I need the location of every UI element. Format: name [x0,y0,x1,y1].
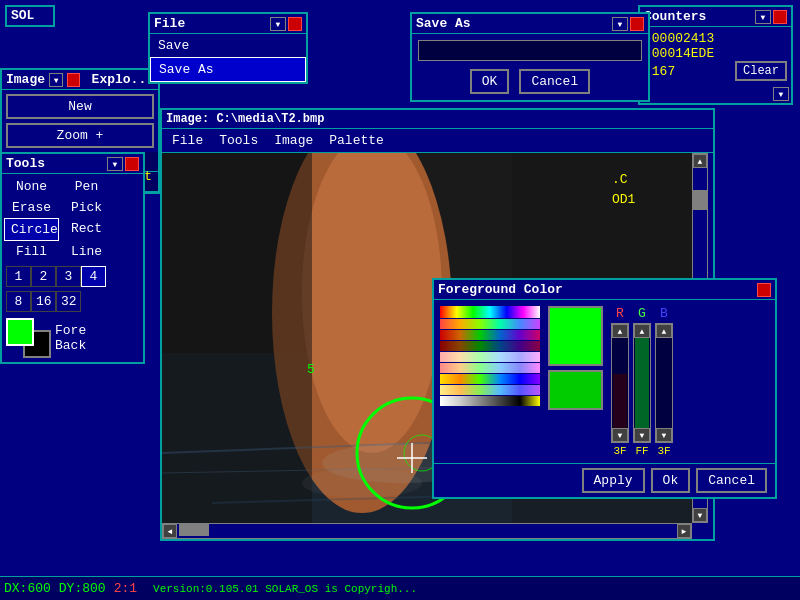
saveas-dialog: Save As ▼ C:\media\T2.bmp OK Cancel [410,12,650,102]
main-menu-file[interactable]: File [164,131,211,150]
r-up[interactable]: ▲ [612,324,628,338]
vscroll-down[interactable]: ▼ [693,508,707,522]
current-color-box[interactable] [548,370,603,410]
hscroll-left[interactable]: ◄ [163,524,177,538]
fg-dialog-title: Foreground Color [438,282,563,297]
counter-val-1: :00002413 [644,31,787,46]
tool-fill[interactable]: Fill [4,241,59,262]
file-dropdown-window: File ▼ Save Save As [148,12,308,84]
zoom-button[interactable]: Zoom + [6,123,154,148]
status-dx: DX:600 [4,581,51,596]
g-down[interactable]: ▼ [634,428,650,442]
new-button[interactable]: New [6,94,154,119]
fg-cancel-button[interactable]: Cancel [696,468,767,493]
main-menu-image[interactable]: Image [266,131,321,150]
size-16[interactable]: 16 [31,291,56,312]
saveas-close-button[interactable] [630,17,644,31]
palette-row-2[interactable] [440,319,540,329]
g-label: G [638,306,646,321]
tool-line[interactable]: Line [59,241,114,262]
fg-dialog-close[interactable] [757,283,771,297]
palette-row-9[interactable] [440,396,540,406]
vscroll-thumb[interactable] [693,190,707,210]
palette-row-8[interactable] [440,385,540,395]
saveas-cancel-button[interactable]: Cancel [519,69,590,94]
tool-none[interactable]: None [4,176,59,197]
svg-rect-4 [162,153,312,523]
rgb-sliders: R ▲ ▼ 3F G ▲ ▼ [611,306,673,457]
palette-row-6[interactable] [440,363,540,373]
status-dy: DY:800 [59,581,106,596]
size-2[interactable]: 2 [31,266,56,287]
fg-ok-button[interactable]: Ok [651,468,691,493]
hscroll-right[interactable]: ► [677,524,691,538]
svg-text:OD1: OD1 [612,192,636,207]
file-menu-title: File [154,16,185,31]
counters-clear-button[interactable]: Clear [735,61,787,81]
status-copyright: Version:0.105.01 SOLAR_OS is Copyrigh... [153,583,417,595]
palette-row-3[interactable] [440,330,540,340]
main-menu-palette[interactable]: Palette [321,131,392,150]
file-saveas-item[interactable]: Save As [150,57,306,82]
b-slider[interactable]: ▲ ▼ [655,323,673,443]
saveas-path-input[interactable]: C:\media\T2.bmp [418,40,642,61]
saveas-title: Save As [416,16,471,31]
tool-circle[interactable]: Circle [4,218,59,241]
file-dropdown-arrow[interactable]: ▼ [270,17,286,31]
tools-close-button[interactable] [125,157,139,171]
palette-row-7[interactable] [440,374,540,384]
b-value: 3F [657,445,670,457]
palette-row-4[interactable] [440,341,540,351]
sol-window: SOL [5,5,55,27]
fore-label: Fore [55,323,86,338]
size-32[interactable]: 32 [56,291,81,312]
counters-close-button[interactable] [773,10,787,24]
counters-expand-arrow[interactable]: ▼ [773,87,789,101]
tools-dropdown-arrow[interactable]: ▼ [107,157,123,171]
status-ratio: 2:1 [114,581,137,596]
selected-color-box[interactable] [548,306,603,366]
g-slider[interactable]: ▲ ▼ [633,323,651,443]
svg-text:.C: .C [612,172,628,187]
svg-text:5: 5 [307,362,315,377]
saveas-ok-button[interactable]: OK [470,69,510,94]
saveas-dropdown-arrow[interactable]: ▼ [612,17,628,31]
file-close-button[interactable] [288,17,302,31]
size-3[interactable]: 3 [56,266,81,287]
tool-rect[interactable]: Rect [59,218,114,241]
image-label: Image [6,72,45,87]
r-value: 3F [613,445,626,457]
vscroll-up[interactable]: ▲ [693,154,707,168]
main-menu-bar: File Tools Image Palette [162,129,713,153]
counters-window: Counters ▼ :00002413 :00014EDE :167 Clea… [638,5,793,105]
b-up[interactable]: ▲ [656,324,672,338]
back-label: Back [55,338,86,353]
tools-title: Tools [6,156,45,171]
tool-pen[interactable]: Pen [59,176,114,197]
status-bar: DX:600 DY:800 2:1 Version:0.105.01 SOLAR… [0,576,800,600]
palette-row-5[interactable] [440,352,540,362]
r-label: R [616,306,624,321]
r-slider[interactable]: ▲ ▼ [611,323,629,443]
b-down[interactable]: ▼ [656,428,672,442]
sol-title: SOL [11,8,34,23]
tools-window: Tools ▼ None Pen Erase Pick Circle Rect … [0,152,145,364]
image-dropdown-arrow[interactable]: ▼ [49,73,63,87]
r-down[interactable]: ▼ [612,428,628,442]
size-1[interactable]: 1 [6,266,31,287]
counters-dropdown-arrow[interactable]: ▼ [755,10,771,24]
image-hscrollbar[interactable]: ◄ ► [162,523,692,539]
image-close-button[interactable] [67,73,79,87]
fore-color-box[interactable] [6,318,34,346]
hscroll-thumb[interactable] [179,524,209,536]
tool-erase[interactable]: Erase [4,197,59,218]
main-menu-tools[interactable]: Tools [211,131,266,150]
size-8[interactable]: 8 [6,291,31,312]
g-up[interactable]: ▲ [634,324,650,338]
tool-pick[interactable]: Pick [59,197,114,218]
size-4[interactable]: 4 [81,266,106,287]
file-save-item[interactable]: Save [150,34,306,57]
fg-apply-button[interactable]: Apply [582,468,645,493]
palette-row-1[interactable] [440,306,540,318]
b-label: B [660,306,668,321]
